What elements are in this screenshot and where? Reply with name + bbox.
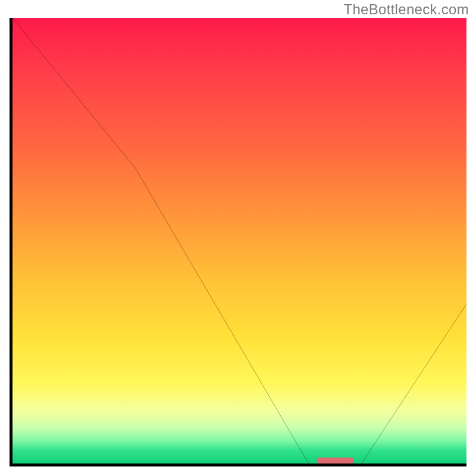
plot-area (10, 18, 466, 466)
watermark-text: TheBottleneck.com (343, 1, 469, 18)
chart-stage: TheBottleneck.com (0, 0, 476, 476)
curve-path (12, 18, 466, 466)
bottleneck-curve (12, 18, 466, 466)
minimum-marker (317, 458, 354, 464)
